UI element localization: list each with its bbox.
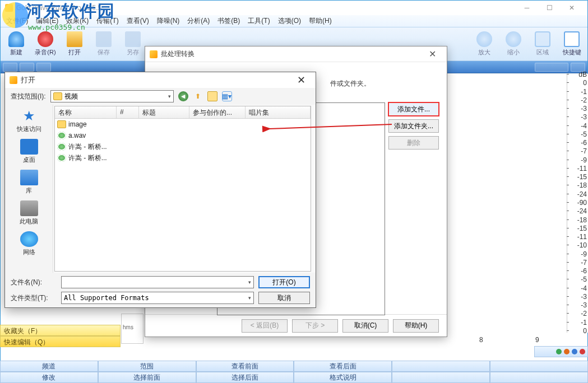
menu-file[interactable]: 文件(F) <box>3 15 31 27</box>
menu-noise[interactable]: 降噪(N) <box>154 15 183 27</box>
back-icon[interactable]: ◄ <box>178 91 188 101</box>
filetype-value: All Supported Formats <box>64 294 149 302</box>
sub-tool-2[interactable] <box>20 63 34 72</box>
tool-zoom-in[interactable]: 放大 <box>471 29 498 59</box>
help-button[interactable]: 帮助(H) <box>393 319 439 333</box>
list-item[interactable]: 许嵩 - 断桥... <box>55 152 311 164</box>
col-name[interactable]: 名称 <box>55 106 117 118</box>
sub-tool-r1[interactable] <box>535 63 568 72</box>
menu-transfer[interactable]: 传输(T) <box>93 15 122 27</box>
tool-region[interactable]: 区域 <box>529 29 556 59</box>
db-tick-label: -11 <box>577 233 587 241</box>
menu-help[interactable]: 帮助(H) <box>305 15 335 27</box>
col-title[interactable]: 标题 <box>139 106 189 118</box>
status-channel[interactable]: 频道 <box>0 361 98 372</box>
place-thispc[interactable]: 此电脑 <box>20 200 38 226</box>
list-item[interactable]: 许嵩 - 断桥... <box>55 141 311 152</box>
status-view-front[interactable]: 查看前面 <box>196 361 294 372</box>
db-tick-label: -6 <box>581 267 587 275</box>
db-ruler: dB0-1-2-3-3-4-5-6-7-9-11-15-18-24-90-24-… <box>567 74 588 333</box>
marker-blue-icon[interactable] <box>572 349 577 354</box>
db-tick-label: dB <box>578 71 587 78</box>
col-artist[interactable]: 参与创作的... <box>189 106 246 118</box>
open-cancel-button[interactable]: 取消 <box>258 292 310 304</box>
filename-input[interactable]: ▾ <box>61 276 254 288</box>
menu-effects[interactable]: 效果(K) <box>63 15 92 27</box>
lookin-value: 视频 <box>64 92 78 101</box>
sidebar-fav[interactable]: 收藏夹（F） <box>0 325 121 336</box>
open-close-button[interactable]: ✕ <box>291 74 311 86</box>
close-button[interactable]: ✕ <box>561 1 583 15</box>
lookin-combo[interactable]: 视频 ▾ <box>50 90 174 102</box>
menu-bookmark[interactable]: 书签(B) <box>214 15 243 27</box>
menu-analyze[interactable]: 分析(A) <box>184 15 213 27</box>
filetype-combo[interactable]: All Supported Formats ▾ <box>61 292 254 304</box>
db-tick-label: -90 <box>577 199 587 207</box>
marker-orange-icon[interactable] <box>564 349 570 354</box>
remove-button[interactable]: 删除 <box>388 136 439 150</box>
place-quick-access[interactable]: ★快速访问 <box>17 108 41 133</box>
tool-record[interactable]: 录音(R) <box>32 29 59 59</box>
back-button[interactable]: < 返回(B) <box>242 319 288 333</box>
place-libraries[interactable]: 库 <box>20 170 38 195</box>
chevron-down-icon: ▾ <box>248 279 251 285</box>
minimize-button[interactable]: ─ <box>516 1 538 15</box>
list-item[interactable]: image <box>55 119 311 130</box>
add-file-button[interactable]: 添加文件... <box>388 102 439 116</box>
batch-close-button[interactable]: ✕ <box>422 49 442 59</box>
batch-dialog-title: 批处理转换 <box>161 49 422 59</box>
menu-view[interactable]: 查看(V) <box>123 15 152 27</box>
chevron-down-icon: ▾ <box>168 94 171 99</box>
col-num[interactable]: # <box>117 106 139 118</box>
status-range[interactable]: 范围 <box>98 361 196 372</box>
db-tick-label: -5 <box>581 130 587 138</box>
marker-green-icon[interactable] <box>556 349 562 354</box>
status-sel-back[interactable]: 选择后面 <box>196 372 294 383</box>
maximize-button[interactable]: ☐ <box>538 1 561 15</box>
new-folder-icon[interactable] <box>207 91 217 101</box>
db-tick-label: -1 <box>581 88 587 96</box>
status-blank4 <box>490 372 588 383</box>
next-button[interactable]: 下步 > <box>292 319 338 333</box>
folder-icon <box>57 120 66 128</box>
db-tick-label: 0 <box>583 327 587 335</box>
place-network[interactable]: 网络 <box>20 231 38 256</box>
status-sel-front[interactable]: 选择前面 <box>98 372 196 383</box>
sidebar-quick[interactable]: 快速编辑（Q） <box>0 336 121 347</box>
file-name: image <box>68 120 87 128</box>
open-button[interactable]: 打开(O) <box>258 276 310 288</box>
tool-saveas[interactable]: 另存 <box>119 29 146 59</box>
sub-tool-1[interactable] <box>3 63 17 72</box>
db-tick-label: -2 <box>581 310 587 317</box>
db-tick-label: -6 <box>581 139 587 147</box>
menubar: 文件(F) 编辑(E) 效果(K) 传输(T) 查看(V) 降噪(N) 分析(A… <box>1 15 587 27</box>
view-mode-icon[interactable]: ▦▾ <box>222 91 232 101</box>
tool-new[interactable]: 新建 <box>3 29 30 59</box>
status-view-back[interactable]: 查看后面 <box>294 361 392 372</box>
add-folder-button[interactable]: 添加文件夹... <box>388 119 439 133</box>
menu-tools[interactable]: 工具(T) <box>244 15 273 27</box>
audio-file-icon <box>57 132 66 139</box>
col-album[interactable]: 唱片集 <box>246 106 311 118</box>
db-tick-label: -7 <box>581 147 587 155</box>
up-icon[interactable]: ⬆ <box>193 91 203 101</box>
sub-tool-3[interactable] <box>36 63 51 72</box>
status-modify[interactable]: 修改 <box>0 372 98 383</box>
marker-red-icon[interactable] <box>580 349 585 354</box>
tool-open[interactable]: 打开 <box>61 29 88 59</box>
place-desktop[interactable]: 桌面 <box>20 139 38 164</box>
menu-edit[interactable]: 编辑(E) <box>33 15 62 27</box>
cancel-button[interactable]: 取消(C) <box>342 319 388 333</box>
db-tick-label: -18 <box>577 181 587 189</box>
list-item[interactable]: a.wav <box>55 130 311 141</box>
folder-icon <box>53 92 62 100</box>
tool-save[interactable]: 保存 <box>90 29 117 59</box>
tool-shortcut[interactable]: 快捷键 <box>558 29 585 59</box>
db-tick-label: -15 <box>577 225 587 232</box>
status-format[interactable]: 格式说明 <box>294 372 392 383</box>
tool-zoom-out[interactable]: 缩小 <box>500 29 527 59</box>
db-tick-label: -3 <box>581 113 587 121</box>
app-icon <box>5 4 13 12</box>
file-list[interactable]: 名称 # 标题 参与创作的... 唱片集 imagea.wav许嵩 - 断桥..… <box>54 106 311 272</box>
menu-options[interactable]: 选项(O) <box>275 15 304 27</box>
